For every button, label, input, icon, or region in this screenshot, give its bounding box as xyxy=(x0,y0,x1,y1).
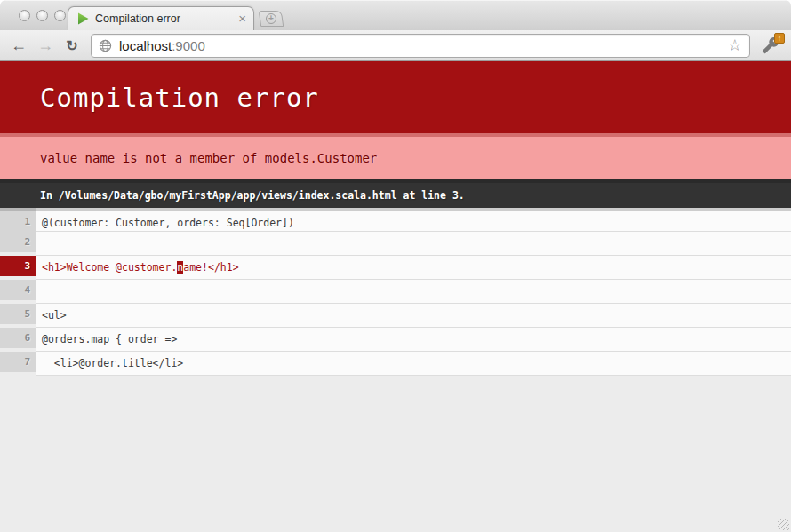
new-tab-button[interactable]: + xyxy=(259,11,284,27)
error-detail: value name is not a member of models.Cus… xyxy=(0,133,791,179)
line-number: 7 xyxy=(0,352,36,372)
code-text: <ul> xyxy=(36,304,791,328)
line-number: 2 xyxy=(0,232,36,252)
bookmark-star-icon[interactable]: ☆ xyxy=(728,37,742,53)
code-after-marker: ame!</h1> xyxy=(183,261,238,274)
code-line: 1 @(customer: Customer, orders: Seq[Orde… xyxy=(0,208,791,232)
back-icon: ← xyxy=(11,36,27,55)
tab-close-icon[interactable]: × xyxy=(238,12,246,25)
code-text: <li>@order.title</li> xyxy=(36,352,791,376)
browser-toolbar: ← → ↻ localhost:9000 ☆ ↑ xyxy=(0,30,791,61)
page-title: Compilation error xyxy=(0,61,791,133)
line-number: 4 xyxy=(0,280,36,300)
address-bar[interactable]: localhost:9000 ☆ xyxy=(91,34,750,58)
code-text: @orders.map { order => xyxy=(36,328,791,352)
code-before-marker: <h1>Welcome @customer. xyxy=(42,261,177,274)
update-badge-icon: ↑ xyxy=(774,33,785,44)
forward-button[interactable]: → xyxy=(34,34,57,57)
code-text xyxy=(36,232,791,256)
plus-icon: + xyxy=(266,13,276,24)
code-line: 7 <li>@order.title</li> xyxy=(0,352,791,376)
tab-compilation-error[interactable]: Compilation error × xyxy=(68,6,254,30)
code-line: 6 @orders.map { order => xyxy=(0,328,791,352)
browser-window: Compilation error × + ← → ↻ localhost:90… xyxy=(0,0,791,532)
minimize-window-button[interactable] xyxy=(36,10,48,21)
error-location: In /Volumes/Data/gbo/myFirstApp/app/view… xyxy=(0,179,791,208)
wrench-menu-button[interactable]: ↑ xyxy=(757,33,784,58)
line-number: 3 xyxy=(0,256,36,276)
reload-button[interactable]: ↻ xyxy=(60,34,84,57)
reload-icon: ↻ xyxy=(66,37,77,54)
code-line: 4 xyxy=(0,280,791,304)
globe-icon xyxy=(99,39,112,52)
url-text: localhost:9000 xyxy=(119,38,728,53)
window-resize-grip[interactable] xyxy=(778,519,789,530)
code-text xyxy=(36,280,791,304)
forward-icon: → xyxy=(37,36,53,55)
code-line: 2 xyxy=(0,232,791,256)
back-button[interactable]: ← xyxy=(7,34,30,57)
code-line-error: 3 <h1>Welcome @customer.name!</h1> xyxy=(0,256,791,280)
play-favicon-icon xyxy=(77,12,89,25)
url-port: :9000 xyxy=(172,38,205,53)
code-text: <h1>Welcome @customer.name!</h1> xyxy=(36,256,791,280)
tab-strip: Compilation error × + xyxy=(0,0,791,30)
code-text: @(customer: Customer, orders: Seq[Order]… xyxy=(36,208,791,232)
line-number: 1 xyxy=(0,208,36,232)
line-number: 6 xyxy=(0,328,36,348)
traffic-lights xyxy=(19,10,66,21)
close-window-button[interactable] xyxy=(19,10,30,21)
page-background xyxy=(0,376,791,532)
tab-title: Compilation error xyxy=(95,12,238,25)
zoom-window-button[interactable] xyxy=(54,10,66,21)
url-host: localhost xyxy=(119,38,172,53)
code-line: 5 <ul> xyxy=(0,304,791,328)
error-page: Compilation error value name is not a me… xyxy=(0,61,791,532)
code-listing: 1 @(customer: Customer, orders: Seq[Orde… xyxy=(0,208,791,376)
line-number: 5 xyxy=(0,304,36,324)
